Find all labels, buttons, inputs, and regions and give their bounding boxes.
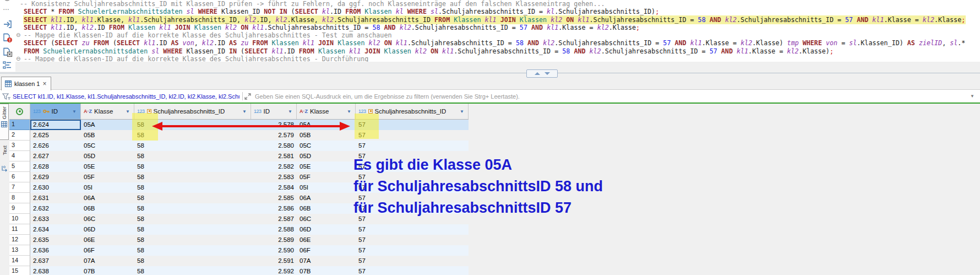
row-number[interactable]: 9 [9, 203, 30, 214]
column-header-id[interactable]: 123ID▼ [30, 104, 81, 119]
filter-history-dropdown-icon[interactable]: ▼ [970, 94, 974, 99]
grid-cell[interactable]: 05D [297, 151, 356, 161]
grid-cell[interactable]: 2.581 [251, 151, 297, 161]
grid-cell[interactable]: 05B [81, 130, 134, 141]
grid-cell[interactable]: 2.634 [30, 224, 81, 235]
grid-cell[interactable]: 07B [81, 266, 134, 275]
grid-cell[interactable]: 06A [297, 193, 356, 203]
grid-cell[interactable]: 58 [134, 161, 251, 172]
grid-cell[interactable]: 58 [134, 172, 251, 182]
grid-cell[interactable]: 05E [81, 161, 134, 172]
grid-cell[interactable]: 2.585 [251, 193, 297, 203]
expand-filter-icon[interactable] [244, 93, 251, 100]
grid-cell[interactable]: 58 [134, 193, 251, 203]
close-icon[interactable]: × [42, 80, 46, 87]
grid-cell[interactable]: 57 [356, 235, 469, 245]
grid-cell[interactable]: 2.592 [251, 266, 297, 275]
row-number[interactable]: 6 [9, 172, 30, 182]
outline-icon[interactable] [3, 61, 12, 69]
sql-line[interactable]: ⊖-- Mappe die Klassen-ID auf die korrekt… [15, 31, 980, 39]
presentation-tab-gitter[interactable]: Gitter [0, 104, 9, 140]
grid-cell[interactable]: 06B [81, 203, 134, 214]
row-number[interactable]: 12 [9, 235, 30, 245]
splitter-handle[interactable] [526, 69, 558, 78]
grid-cell[interactable]: 06C [297, 214, 356, 224]
row-number[interactable]: 1 [9, 120, 30, 130]
grid-cell[interactable]: 05F [81, 172, 134, 182]
sql-line[interactable]: -- Konsistenz Schuljahresabschnitts_ID m… [15, 0, 980, 8]
row-number[interactable]: 5 [9, 161, 30, 172]
grid-cell[interactable]: 05E [297, 161, 356, 172]
grid-cell[interactable]: 2.627 [30, 151, 81, 161]
grid-cell[interactable]: 06F [81, 245, 134, 256]
filter-icon[interactable] [2, 93, 11, 100]
grid-cell[interactable]: 57 [356, 141, 469, 151]
grid-cell[interactable]: 05I [81, 182, 134, 193]
grid-cell[interactable]: 2.625 [30, 130, 81, 141]
grid-cell[interactable]: 05I [297, 182, 356, 193]
grid-cell[interactable]: 05A [81, 120, 134, 130]
grid-cell[interactable]: 07A [81, 256, 134, 266]
grid-cell[interactable]: 2.591 [251, 256, 297, 266]
collapse-up-icon[interactable] [535, 72, 540, 75]
row-number[interactable]: 14 [9, 256, 30, 266]
grid-cell[interactable]: 06D [81, 224, 134, 235]
filter-sql-text[interactable]: SELECT kl1.ID, kl1.Klasse, kl1.Schuljahr… [13, 93, 239, 100]
grid-cell[interactable]: 58 [134, 141, 251, 151]
grid-cell[interactable]: 58 [134, 182, 251, 193]
grid-cell[interactable]: 2.590 [251, 245, 297, 256]
grid-cell[interactable]: 2.626 [30, 141, 81, 151]
splitter-line[interactable] [0, 73, 980, 73]
column-dropdown-icon[interactable]: ▼ [72, 109, 79, 114]
grid-cell[interactable]: 58 [134, 151, 251, 161]
grid-cell[interactable]: 2.631 [30, 193, 81, 203]
grid-cell[interactable]: 06C [81, 214, 134, 224]
row-number[interactable]: 8 [9, 193, 30, 203]
grid-cell[interactable]: 05C [297, 141, 356, 151]
grid-cell[interactable]: 2.628 [30, 161, 81, 172]
gear-icon[interactable] [3, 0, 12, 3]
grid-cell[interactable]: 2.636 [30, 245, 81, 256]
sql-line[interactable]: ⊖-- Mappe die Klassen-ID auf die korrekt… [15, 55, 980, 62]
sql-line[interactable]: SELECT kl1.ID, kl1.Klasse, kl1.Schuljahr… [15, 16, 980, 24]
grid-cell[interactable]: 2.633 [30, 214, 81, 224]
grid-cell[interactable]: 2.589 [251, 235, 297, 245]
grid-cell[interactable]: 58 [134, 235, 251, 245]
grid-cell[interactable]: 58 [134, 224, 251, 235]
row-number[interactable]: 3 [9, 141, 30, 151]
grid-cell[interactable]: 06E [81, 235, 134, 245]
grid-cell[interactable]: 2.624 [30, 120, 81, 130]
filter-input[interactable] [254, 93, 970, 100]
grid-cell[interactable]: 2.629 [30, 172, 81, 182]
grid-cell[interactable]: 57 [356, 224, 469, 235]
grid-cell[interactable]: 06D [297, 224, 356, 235]
sql-line[interactable]: SELECT (SELECT zu FROM (SELECT kl1.ID AS… [15, 39, 980, 47]
row-number[interactable]: 10 [9, 214, 30, 224]
grid-cell[interactable]: 58 [134, 203, 251, 214]
script-export-icon[interactable] [3, 47, 13, 57]
tab-klassen-1[interactable]: klassen 1 × [1, 77, 51, 90]
grid-cell[interactable]: 2.584 [251, 182, 297, 193]
grid-cell[interactable]: 2.630 [30, 182, 81, 193]
grid-cell[interactable]: 2.635 [30, 235, 81, 245]
sql-line[interactable]: SELECT kl1.ID, kl2.ID FROM Klassen kl1 J… [15, 24, 980, 31]
grid-cell[interactable]: 06A [81, 193, 134, 203]
grid-cell[interactable]: 58 [134, 214, 251, 224]
grid-cell[interactable]: 2.580 [251, 141, 297, 151]
overflow-dots-icon[interactable]: … [3, 4, 9, 11]
grid-cell[interactable]: 05F [297, 172, 356, 182]
sql-line[interactable]: FROM SchuelerLernabschnittsdaten sl WHER… [15, 47, 980, 55]
row-number[interactable]: 15 [9, 266, 30, 275]
select-all-corner[interactable] [9, 104, 30, 119]
presentation-tab-text[interactable]: Text [0, 143, 9, 163]
grid-cell[interactable]: 2.583 [251, 172, 297, 182]
row-number[interactable]: 13 [9, 245, 30, 256]
row-number[interactable]: 7 [9, 182, 30, 193]
grid-cell[interactable]: 2.638 [30, 266, 81, 275]
sql-editor[interactable]: -- Konsistenz Schuljahresabschnitts_ID m… [15, 0, 980, 62]
row-number[interactable]: 2 [9, 130, 30, 141]
column-header-klasse[interactable]: A·ZKlasse▼ [297, 104, 356, 119]
grid-cell[interactable]: 58 [134, 245, 251, 256]
grid-cell[interactable]: 57 [356, 245, 469, 256]
execute-statement-icon[interactable] [3, 20, 12, 29]
